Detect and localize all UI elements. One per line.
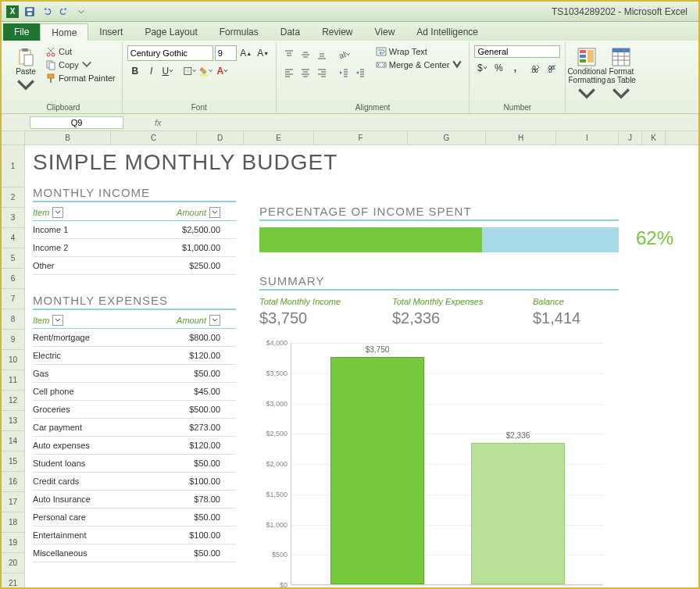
percent-format-button[interactable]: % <box>491 60 506 76</box>
table-row[interactable]: Auto Insurance$78.00 <box>33 491 236 509</box>
table-row[interactable]: Cell phone$45.00 <box>33 383 236 401</box>
row-header-2[interactable]: 2 <box>2 187 24 208</box>
table-row[interactable]: Income 2$1,000.00 <box>33 239 236 257</box>
italic-button[interactable]: I <box>144 63 159 79</box>
align-left-button[interactable] <box>281 65 297 80</box>
column-header-J[interactable]: J <box>619 131 642 145</box>
decrease-indent-button[interactable] <box>336 65 352 80</box>
redo-button[interactable] <box>56 4 72 20</box>
column-header-D[interactable]: D <box>197 131 244 145</box>
accounting-format-button[interactable]: $ <box>474 60 490 76</box>
align-bottom-button[interactable] <box>314 47 330 62</box>
file-tab[interactable]: File <box>3 23 40 41</box>
tab-view[interactable]: View <box>364 23 406 41</box>
column-header-G[interactable]: G <box>408 131 486 145</box>
format-as-table-button[interactable]: Format as Table <box>605 45 638 106</box>
row-header-8[interactable]: 8 <box>2 309 24 330</box>
column-header-C[interactable]: C <box>111 131 197 145</box>
row-header-20[interactable]: 20 <box>2 553 24 573</box>
row-header-18[interactable]: 18 <box>2 512 24 533</box>
filter-icon[interactable] <box>52 315 63 326</box>
format-painter-button[interactable]: Format Painter <box>44 72 117 84</box>
row-header-15[interactable]: 15 <box>2 452 24 472</box>
filter-icon[interactable] <box>209 315 220 326</box>
fill-color-button[interactable] <box>198 63 214 79</box>
increase-decimal-button[interactable]: .0.00 <box>527 60 543 76</box>
row-header-12[interactable]: 12 <box>2 391 24 411</box>
align-middle-button[interactable] <box>298 47 313 62</box>
save-button[interactable] <box>22 4 38 20</box>
tab-data[interactable]: Data <box>270 23 311 41</box>
border-button[interactable] <box>182 63 198 79</box>
column-header-B[interactable]: B <box>25 131 111 145</box>
name-box[interactable]: Q9 <box>30 116 123 129</box>
comma-format-button[interactable]: , <box>507 60 523 76</box>
select-all-corner[interactable] <box>2 131 24 145</box>
qat-dropdown[interactable] <box>73 4 89 20</box>
row-header-14[interactable]: 14 <box>2 431 24 452</box>
underline-button[interactable]: U <box>160 63 176 79</box>
conditional-formatting-button[interactable]: Conditional Formatting <box>570 45 603 106</box>
row-header-10[interactable]: 10 <box>2 350 24 370</box>
row-header-3[interactable]: 3 <box>2 208 24 228</box>
row-header-11[interactable]: 11 <box>2 370 24 391</box>
table-row[interactable]: Gas$50.00 <box>33 365 236 383</box>
table-row[interactable]: Car payment$273.00 <box>33 419 236 437</box>
tab-insert[interactable]: Insert <box>88 23 134 41</box>
row-header-21[interactable]: 21 <box>2 573 24 589</box>
align-top-button[interactable] <box>281 47 297 62</box>
increase-indent-button[interactable] <box>352 65 368 80</box>
tab-home[interactable]: Home <box>40 23 88 41</box>
tab-formulas[interactable]: Formulas <box>209 23 270 41</box>
row-header-1[interactable]: 1 <box>2 145 24 187</box>
table-row[interactable]: Income 1$2,500.00 <box>33 221 236 239</box>
shrink-font-button[interactable]: A▼ <box>255 45 271 61</box>
row-header-16[interactable]: 16 <box>2 472 24 492</box>
row-header-6[interactable]: 6 <box>2 269 24 289</box>
table-row[interactable]: Miscellaneous$50.00 <box>33 544 236 562</box>
row-header-4[interactable]: 4 <box>2 228 24 248</box>
decrease-decimal-button[interactable]: .00.0 <box>544 60 559 76</box>
filter-icon[interactable] <box>209 207 220 218</box>
tab-ad-intelligence[interactable]: Ad Intelligence <box>405 23 489 41</box>
row-header-9[interactable]: 9 <box>2 330 24 350</box>
table-row[interactable]: Groceries$500.00 <box>33 401 236 419</box>
wrap-text-button[interactable]: Wrap Text <box>374 45 465 58</box>
tab-review[interactable]: Review <box>311 23 363 41</box>
font-color-button[interactable]: A <box>215 63 230 79</box>
row-header-5[interactable]: 5 <box>2 248 24 269</box>
undo-button[interactable] <box>39 4 55 20</box>
cut-button[interactable]: Cut <box>44 45 117 58</box>
column-header-I[interactable]: I <box>556 131 619 145</box>
table-row[interactable]: Other$250.00 <box>33 257 236 275</box>
table-row[interactable]: Entertainment$100.00 <box>33 527 236 544</box>
merge-center-button[interactable]: Merge & Center <box>374 59 465 71</box>
row-header-17[interactable]: 17 <box>2 492 24 512</box>
row-header-13[interactable]: 13 <box>2 411 24 431</box>
column-header-E[interactable]: E <box>244 131 314 145</box>
filter-icon[interactable] <box>52 207 63 218</box>
column-header-H[interactable]: H <box>486 131 556 145</box>
ribbon-group-styles: Conditional Formatting Format as Table <box>566 42 642 113</box>
table-row[interactable]: Personal care$50.00 <box>33 509 236 527</box>
tab-page-layout[interactable]: Page Layout <box>134 23 208 41</box>
column-header-K[interactable]: K <box>642 131 666 145</box>
table-row[interactable]: Credit cards$100.00 <box>33 473 236 491</box>
font-family-select[interactable] <box>127 45 213 61</box>
number-format-select[interactable] <box>474 45 560 58</box>
grow-font-button[interactable]: A▲ <box>238 45 254 61</box>
table-row[interactable]: Auto expenses$120.00 <box>33 437 236 455</box>
table-row[interactable]: Student loans$50.00 <box>33 455 236 473</box>
orientation-button[interactable]: ab <box>336 47 352 62</box>
paste-button[interactable]: Paste <box>9 45 42 98</box>
align-center-button[interactable] <box>298 65 313 80</box>
row-header-19[interactable]: 19 <box>2 533 24 553</box>
table-row[interactable]: Electric$120.00 <box>33 347 236 365</box>
font-size-select[interactable] <box>215 45 237 61</box>
align-right-button[interactable] <box>314 65 330 80</box>
bold-button[interactable]: B <box>127 63 143 79</box>
copy-button[interactable]: Copy <box>44 59 117 71</box>
column-header-F[interactable]: F <box>314 131 408 145</box>
table-row[interactable]: Rent/mortgage$800.00 <box>33 329 236 347</box>
row-header-7[interactable]: 7 <box>2 289 24 309</box>
